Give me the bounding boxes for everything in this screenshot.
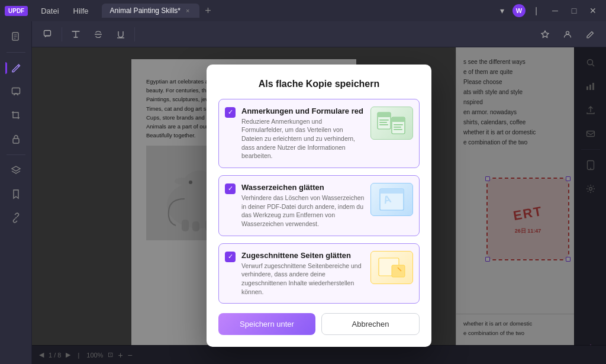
toolbar-pen-icon[interactable] <box>581 25 599 43</box>
svg-point-10 <box>566 31 569 34</box>
svg-rect-37 <box>394 129 402 130</box>
option3-title: Zugeschnittene Seiten glätten <box>241 251 365 260</box>
dialog-title: Als flache Kopie speichern <box>218 79 420 89</box>
toolbar-text-icon[interactable] <box>67 25 85 43</box>
option1-text: Anmerkungen und Formulare red Reduziere … <box>241 107 365 160</box>
svg-rect-42 <box>392 265 405 277</box>
option3-text: Zugeschnittene Seiten glätten Verwurf zu… <box>241 251 365 297</box>
svg-line-6 <box>15 217 17 218</box>
toolbar-person-icon[interactable] <box>559 25 576 43</box>
option3-desc: Verwurf zugeschnittene Seitenbereiche un… <box>241 262 365 297</box>
sidebar-divider2 <box>7 154 25 155</box>
titlebar: UPDF Datei Hilfe Animal Painting Skills*… <box>0 0 606 21</box>
content-area: Egyptian art celebrates animals beauty. … <box>32 47 606 364</box>
close-btn[interactable]: ✕ <box>585 2 601 19</box>
sidebar-icon-layers[interactable] <box>5 160 27 181</box>
svg-rect-34 <box>392 117 405 122</box>
option3-icon <box>370 251 413 284</box>
dropdown-btn[interactable]: ▾ <box>494 2 510 19</box>
option2-text: Wasserzeichen glätten Verhindere das Lös… <box>241 183 365 228</box>
dialog-option-watermark[interactable]: ✓ Wasserzeichen glätten Verhindere das L… <box>218 175 420 236</box>
dialog-option-crop[interactable]: ✓ Zugeschnittene Seiten glätten Verwurf … <box>218 243 420 304</box>
left-sidebar <box>0 21 32 364</box>
tab-label: Animal Painting Skills* <box>110 7 180 15</box>
checkbox-watermark[interactable]: ✓ <box>225 183 236 194</box>
sidebar-icon-bookmark[interactable] <box>5 183 27 205</box>
option2-title: Wasserzeichen glätten <box>241 183 365 192</box>
app-logo: UPDF <box>5 6 28 16</box>
toolbar-comment-icon[interactable] <box>39 25 57 43</box>
option1-title: Anmerkungen und Formulare red <box>241 107 365 115</box>
sidebar-icon-pages[interactable] <box>5 26 27 47</box>
save-dialog: Als flache Kopie speichern ✓ Anmerkungen… <box>207 65 431 347</box>
svg-rect-31 <box>379 122 387 123</box>
svg-rect-35 <box>394 124 403 125</box>
toolbar-underline-icon[interactable] <box>112 25 130 43</box>
user-avatar[interactable]: W <box>512 4 526 17</box>
svg-rect-36 <box>394 127 401 128</box>
toolbar-sep1 <box>62 27 62 41</box>
maximize-btn[interactable]: □ <box>566 2 582 19</box>
menu-hilfe[interactable]: Hilfe <box>67 4 95 18</box>
option1-icon <box>370 107 413 140</box>
svg-rect-7 <box>44 30 51 36</box>
tab-bar: Animal Painting Skills* × + <box>102 4 491 18</box>
svg-rect-30 <box>379 120 389 121</box>
window-controls: ▾ W | ─ □ ✕ <box>494 2 601 19</box>
option2-desc: Verhindere das Löschen von Wasserzeichen… <box>241 194 365 228</box>
svg-rect-40 <box>380 189 404 194</box>
option1-desc: Reduziere Anmerkungen und Formularfelder… <box>241 117 365 160</box>
svg-rect-4 <box>12 88 20 94</box>
sidebar-icon-security[interactable] <box>5 128 27 150</box>
tab-animal-painting[interactable]: Animal Painting Skills* × <box>102 4 200 18</box>
toolbar-star-icon[interactable] <box>536 25 554 43</box>
sidebar-icon-edit[interactable] <box>5 57 27 79</box>
menu-datei[interactable]: Datei <box>35 4 65 18</box>
svg-rect-29 <box>378 112 391 117</box>
toolbar-sep2 <box>134 27 135 41</box>
checkbox-annotations[interactable]: ✓ <box>225 107 236 118</box>
sidebar-icon-link[interactable] <box>5 207 27 228</box>
save-button[interactable]: Speichern unter <box>218 313 315 335</box>
sidebar-divider1 <box>7 52 25 53</box>
tab-add-btn[interactable]: + <box>201 4 215 18</box>
svg-rect-5 <box>13 138 19 143</box>
dialog-actions: Speichern unter Abbrechen <box>218 313 420 335</box>
main-toolbar <box>32 21 606 47</box>
toolbar-strikethrough-icon[interactable] <box>89 25 107 43</box>
modal-backdrop: Als flache Kopie speichern ✓ Anmerkungen… <box>32 47 606 364</box>
checkbox-crop[interactable]: ✓ <box>225 252 236 262</box>
center-area: Egyptian art celebrates animals beauty. … <box>32 21 606 364</box>
dialog-option-annotations[interactable]: ✓ Anmerkungen und Formulare red Reduzier… <box>218 99 420 168</box>
sidebar-icon-annotate[interactable] <box>5 81 27 102</box>
sidebar-icon-crop[interactable] <box>5 105 27 126</box>
main-layout: Egyptian art celebrates animals beauty. … <box>0 21 606 364</box>
tab-close-btn[interactable]: × <box>184 7 191 15</box>
minimize-btn[interactable]: ─ <box>547 2 563 19</box>
svg-rect-32 <box>379 124 388 125</box>
cancel-button[interactable]: Abbrechen <box>321 313 420 335</box>
option2-icon: A <box>370 183 413 216</box>
separator-icon: | <box>528 2 544 19</box>
